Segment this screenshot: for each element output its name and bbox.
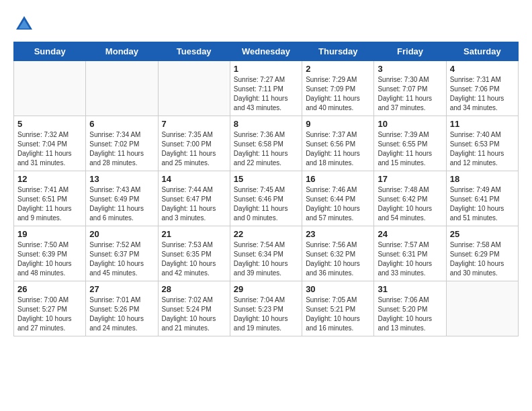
day-info: Sunrise: 7:34 AM Sunset: 7:02 PM Dayligh… [89,130,154,168]
calendar-table: SundayMondayTuesdayWednesdayThursdayFrid… [13,42,519,336]
day-info: Sunrise: 7:36 AM Sunset: 6:58 PM Dayligh… [234,130,298,168]
day-number: 31 [378,284,442,294]
day-info: Sunrise: 7:01 AM Sunset: 5:26 PM Dayligh… [89,295,154,333]
calendar-cell: 10Sunrise: 7:39 AM Sunset: 6:55 PM Dayli… [374,116,446,171]
day-number: 14 [162,174,226,184]
calendar-cell: 14Sunrise: 7:44 AM Sunset: 6:47 PM Dayli… [158,171,230,226]
calendar-cell: 23Sunrise: 7:56 AM Sunset: 6:32 PM Dayli… [302,226,374,281]
calendar-cell: 27Sunrise: 7:01 AM Sunset: 5:26 PM Dayli… [86,281,158,336]
day-number: 16 [306,174,370,184]
logo [13,13,38,35]
calendar-cell: 24Sunrise: 7:57 AM Sunset: 6:31 PM Dayli… [374,226,446,281]
day-header-thursday: Thursday [302,42,374,61]
day-info: Sunrise: 7:27 AM Sunset: 7:11 PM Dayligh… [234,75,298,113]
day-info: Sunrise: 7:54 AM Sunset: 6:34 PM Dayligh… [234,240,298,278]
day-info: Sunrise: 7:43 AM Sunset: 6:49 PM Dayligh… [89,185,154,223]
calendar-cell: 13Sunrise: 7:43 AM Sunset: 6:49 PM Dayli… [86,171,158,226]
day-number: 20 [89,229,154,239]
calendar-cell: 5Sunrise: 7:32 AM Sunset: 7:04 PM Daylig… [14,116,86,171]
day-number: 9 [306,119,370,129]
day-number: 10 [378,119,442,129]
day-info: Sunrise: 7:53 AM Sunset: 6:35 PM Dayligh… [162,240,226,278]
day-header-saturday: Saturday [446,42,518,61]
day-info: Sunrise: 7:30 AM Sunset: 7:07 PM Dayligh… [378,75,442,113]
day-info: Sunrise: 7:56 AM Sunset: 6:32 PM Dayligh… [306,240,370,278]
calendar-cell: 2Sunrise: 7:29 AM Sunset: 7:09 PM Daylig… [302,61,374,116]
day-info: Sunrise: 7:41 AM Sunset: 6:51 PM Dayligh… [17,185,82,223]
day-number: 30 [306,284,370,294]
day-header-wednesday: Wednesday [230,42,302,61]
day-info: Sunrise: 7:32 AM Sunset: 7:04 PM Dayligh… [17,130,82,168]
calendar-cell: 26Sunrise: 7:00 AM Sunset: 5:27 PM Dayli… [14,281,86,336]
calendar-cell [14,61,86,116]
day-info: Sunrise: 7:31 AM Sunset: 7:06 PM Dayligh… [450,75,515,113]
day-info: Sunrise: 7:40 AM Sunset: 6:53 PM Dayligh… [450,130,515,168]
day-number: 12 [17,174,82,184]
day-info: Sunrise: 7:58 AM Sunset: 6:29 PM Dayligh… [450,240,515,278]
day-number: 26 [17,284,82,294]
day-number: 22 [234,229,298,239]
calendar-cell: 9Sunrise: 7:37 AM Sunset: 6:56 PM Daylig… [302,116,374,171]
day-header-tuesday: Tuesday [158,42,230,61]
calendar-week-5: 26Sunrise: 7:00 AM Sunset: 5:27 PM Dayli… [14,281,519,336]
calendar-cell: 18Sunrise: 7:49 AM Sunset: 6:41 PM Dayli… [446,171,518,226]
calendar-week-2: 5Sunrise: 7:32 AM Sunset: 7:04 PM Daylig… [14,116,519,171]
day-number: 23 [306,229,370,239]
calendar-cell: 22Sunrise: 7:54 AM Sunset: 6:34 PM Dayli… [230,226,302,281]
calendar-week-1: 1Sunrise: 7:27 AM Sunset: 7:11 PM Daylig… [14,61,519,116]
calendar-cell: 29Sunrise: 7:04 AM Sunset: 5:23 PM Dayli… [230,281,302,336]
calendar-cell: 17Sunrise: 7:48 AM Sunset: 6:42 PM Dayli… [374,171,446,226]
day-number: 2 [306,64,370,74]
day-info: Sunrise: 7:49 AM Sunset: 6:41 PM Dayligh… [450,185,515,223]
calendar-header-row: SundayMondayTuesdayWednesdayThursdayFrid… [14,42,519,61]
day-number: 8 [234,119,298,129]
calendar-week-3: 12Sunrise: 7:41 AM Sunset: 6:51 PM Dayli… [14,171,519,226]
day-number: 24 [378,229,442,239]
page-header [13,13,519,35]
calendar-cell: 28Sunrise: 7:02 AM Sunset: 5:24 PM Dayli… [158,281,230,336]
calendar-cell: 15Sunrise: 7:45 AM Sunset: 6:46 PM Dayli… [230,171,302,226]
day-number: 4 [450,64,515,74]
calendar-cell: 12Sunrise: 7:41 AM Sunset: 6:51 PM Dayli… [14,171,86,226]
day-header-monday: Monday [86,42,158,61]
day-number: 25 [450,229,515,239]
day-number: 7 [162,119,226,129]
day-number: 18 [450,174,515,184]
day-info: Sunrise: 7:35 AM Sunset: 7:00 PM Dayligh… [162,130,226,168]
day-number: 29 [234,284,298,294]
day-number: 13 [89,174,154,184]
calendar-cell: 30Sunrise: 7:05 AM Sunset: 5:21 PM Dayli… [302,281,374,336]
logo-icon [13,13,35,35]
day-info: Sunrise: 7:05 AM Sunset: 5:21 PM Dayligh… [306,295,370,333]
calendar-cell: 11Sunrise: 7:40 AM Sunset: 6:53 PM Dayli… [446,116,518,171]
day-number: 27 [89,284,154,294]
day-info: Sunrise: 7:04 AM Sunset: 5:23 PM Dayligh… [234,295,298,333]
day-info: Sunrise: 7:50 AM Sunset: 6:39 PM Dayligh… [17,240,82,278]
calendar-cell [158,61,230,116]
calendar-cell: 19Sunrise: 7:50 AM Sunset: 6:39 PM Dayli… [14,226,86,281]
calendar-cell [86,61,158,116]
calendar-cell: 16Sunrise: 7:46 AM Sunset: 6:44 PM Dayli… [302,171,374,226]
day-info: Sunrise: 7:52 AM Sunset: 6:37 PM Dayligh… [89,240,154,278]
calendar-cell: 20Sunrise: 7:52 AM Sunset: 6:37 PM Dayli… [86,226,158,281]
calendar-cell: 3Sunrise: 7:30 AM Sunset: 7:07 PM Daylig… [374,61,446,116]
day-header-friday: Friday [374,42,446,61]
day-info: Sunrise: 7:37 AM Sunset: 6:56 PM Dayligh… [306,130,370,168]
day-number: 19 [17,229,82,239]
calendar-cell: 7Sunrise: 7:35 AM Sunset: 7:00 PM Daylig… [158,116,230,171]
day-number: 17 [378,174,442,184]
day-info: Sunrise: 7:45 AM Sunset: 6:46 PM Dayligh… [234,185,298,223]
day-info: Sunrise: 7:00 AM Sunset: 5:27 PM Dayligh… [17,295,82,333]
day-info: Sunrise: 7:46 AM Sunset: 6:44 PM Dayligh… [306,185,370,223]
day-info: Sunrise: 7:48 AM Sunset: 6:42 PM Dayligh… [378,185,442,223]
day-number: 3 [378,64,442,74]
day-info: Sunrise: 7:29 AM Sunset: 7:09 PM Dayligh… [306,75,370,113]
day-info: Sunrise: 7:44 AM Sunset: 6:47 PM Dayligh… [162,185,226,223]
day-info: Sunrise: 7:39 AM Sunset: 6:55 PM Dayligh… [378,130,442,168]
calendar-cell: 25Sunrise: 7:58 AM Sunset: 6:29 PM Dayli… [446,226,518,281]
calendar-cell: 8Sunrise: 7:36 AM Sunset: 6:58 PM Daylig… [230,116,302,171]
day-info: Sunrise: 7:57 AM Sunset: 6:31 PM Dayligh… [378,240,442,278]
calendar-cell [446,281,518,336]
calendar-cell: 31Sunrise: 7:06 AM Sunset: 5:20 PM Dayli… [374,281,446,336]
calendar-cell: 1Sunrise: 7:27 AM Sunset: 7:11 PM Daylig… [230,61,302,116]
